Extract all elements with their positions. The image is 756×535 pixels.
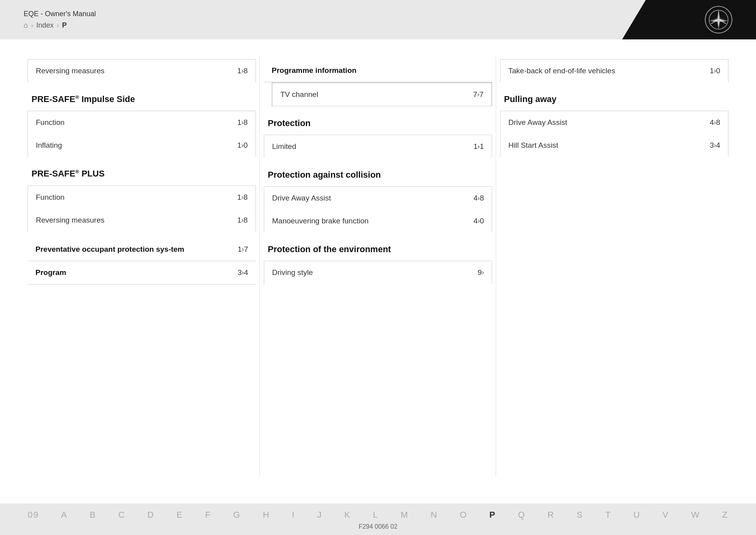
alpha-R[interactable]: R <box>537 508 566 522</box>
entry-label: Take-back of end-of-life vehicles <box>508 67 615 75</box>
entry-page: 1›0 <box>237 141 248 150</box>
alpha-K[interactable]: K <box>334 508 362 522</box>
alpha-Q[interactable]: Q <box>507 508 536 522</box>
entry-preventative[interactable]: Preventative occupant protection sys-tem… <box>28 238 256 261</box>
alpha-H[interactable]: H <box>252 508 281 522</box>
alpha-J[interactable]: J <box>306 508 334 522</box>
entry-manoeuvering-brake[interactable]: Manoeuvering brake function 4›0 <box>264 210 492 232</box>
entry-group-protection: Limited 1›1 <box>264 135 492 158</box>
right-column: Take-back of end-of-life vehicles 1›0 Pu… <box>496 55 732 477</box>
entry-function-1[interactable]: Function 1›8 <box>28 111 256 134</box>
entry-label: Hill Start Assist <box>508 141 558 150</box>
entry-group-impulse: Function 1›8 Inflating 1›0 <box>28 111 256 157</box>
entry-label: Drive Away Assist <box>272 194 331 202</box>
entry-page: 1›1 <box>474 142 484 151</box>
alpha-V[interactable]: V <box>652 508 680 522</box>
alpha-A[interactable]: A <box>50 508 79 522</box>
entry-label: Driving style <box>272 268 313 277</box>
entry-tv-channel[interactable]: TV channel 7›7 <box>272 83 492 106</box>
entry-page: 1›7 <box>238 245 248 254</box>
entry-reversing-2[interactable]: Reversing measures 1›8 <box>28 209 256 232</box>
entry-label: Function <box>36 118 65 127</box>
main-content: Reversing measures 1›8 PRE-SAFE® Impulse… <box>0 39 756 492</box>
alpha-T[interactable]: T <box>594 508 622 522</box>
entry-page: 3›4 <box>238 268 248 277</box>
entry-label: Program <box>35 268 66 277</box>
entry-page: 1›8 <box>237 193 248 202</box>
entry-label: Manoeuvering brake function <box>272 217 369 225</box>
alpha-09[interactable]: 09 <box>17 508 50 522</box>
section-protection: Protection <box>264 118 492 128</box>
entry-group-pulling-away: Drive Away Assist 4›8 Hill Start Assist … <box>500 111 728 157</box>
header: EQE - Owner's Manual ⌂ › Index › P <box>0 0 756 39</box>
breadcrumb-current: P <box>62 21 67 30</box>
entry-page: 1›8 <box>237 67 248 75</box>
entry-page: 7›7 <box>473 90 484 99</box>
breadcrumb: ⌂ › Index › P <box>24 21 96 30</box>
section-pre-safe-impulse: PRE-SAFE® Impulse Side <box>28 94 256 104</box>
entry-program[interactable]: Program 3›4 <box>28 261 256 284</box>
entry-group-takeback: Take-back of end-of-life vehicles 1›0 <box>500 59 728 82</box>
section-protection-environment: Protection of the environment <box>264 244 492 254</box>
entry-reversing-measures[interactable]: Reversing measures 1›8 <box>28 59 256 82</box>
section-pulling-away: Pulling away <box>500 94 728 104</box>
entry-label: Inflating <box>36 141 62 150</box>
entry-label: TV channel <box>280 90 318 99</box>
entry-take-back[interactable]: Take-back of end-of-life vehicles 1›0 <box>500 59 728 82</box>
header-title-area: EQE - Owner's Manual ⌂ › Index › P <box>24 10 96 30</box>
entry-page: 1›0 <box>710 67 720 75</box>
entry-hill-start-assist[interactable]: Hill Start Assist 3›4 <box>500 134 728 157</box>
svg-point-5 <box>717 19 720 21</box>
alpha-E[interactable]: E <box>165 508 194 522</box>
alpha-W[interactable]: W <box>680 508 711 522</box>
entry-group-collision: Drive Away Assist 4›8 Manoeuvering brake… <box>264 186 492 232</box>
alpha-Z[interactable]: Z <box>711 508 739 522</box>
entry-page: 1›8 <box>237 118 248 127</box>
entry-function-2[interactable]: Function 1›8 <box>28 186 256 209</box>
alpha-U[interactable]: U <box>623 508 652 522</box>
entry-programme-info: Programme information <box>264 59 492 82</box>
alpha-G[interactable]: G <box>222 508 252 522</box>
entry-limited[interactable]: Limited 1›1 <box>264 135 492 158</box>
header-logo-area <box>622 0 756 39</box>
entry-page: 4›8 <box>710 118 720 127</box>
mercedes-star-svg <box>709 10 728 30</box>
entry-group-plus: Function 1›8 Reversing measures 1›8 <box>28 186 256 232</box>
alpha-N[interactable]: N <box>420 508 449 522</box>
breadcrumb-sep-2: › <box>57 22 59 29</box>
home-icon[interactable]: ⌂ <box>24 21 28 30</box>
footer-code: F294 0066 02 <box>359 523 398 530</box>
alpha-B[interactable]: B <box>79 508 107 522</box>
entry-driving-style[interactable]: Driving style 9› <box>264 261 492 284</box>
manual-title: EQE - Owner's Manual <box>24 10 96 18</box>
entry-inflating[interactable]: Inflating 1›0 <box>28 134 256 157</box>
entry-label: Reversing measures <box>36 216 104 225</box>
entry-drive-away-assist-collision[interactable]: Drive Away Assist 4›8 <box>264 187 492 210</box>
left-column: Reversing measures 1›8 PRE-SAFE® Impulse… <box>24 55 260 477</box>
entry-group-reversing: Reversing measures 1›8 <box>28 59 256 82</box>
entry-group-tv: TV channel 7›7 <box>272 82 492 106</box>
entry-label: Preventative occupant protection sys-tem <box>35 245 184 254</box>
mercedes-logo <box>705 6 732 33</box>
alpha-I[interactable]: I <box>281 508 306 522</box>
alpha-P[interactable]: P <box>478 508 507 522</box>
alpha-F[interactable]: F <box>194 508 222 522</box>
alpha-M[interactable]: M <box>389 508 419 522</box>
entry-page: 9› <box>478 268 484 277</box>
breadcrumb-index[interactable]: Index <box>36 21 54 30</box>
entry-label: Drive Away Assist <box>508 118 567 127</box>
entry-label: Programme information <box>272 66 356 75</box>
entry-label: Function <box>36 193 65 202</box>
section-protection-collision: Protection against collision <box>264 170 492 180</box>
breadcrumb-sep-1: › <box>31 22 33 29</box>
alpha-C[interactable]: C <box>107 508 136 522</box>
entry-drive-away-assist-pulling[interactable]: Drive Away Assist 4›8 <box>500 111 728 134</box>
middle-column: Programme information TV channel 7›7 Pro… <box>259 55 496 477</box>
alpha-L[interactable]: L <box>362 508 389 522</box>
alpha-O[interactable]: O <box>449 508 478 522</box>
alphabet-bar: 09 A B C D E F G H I J K L M N O P Q R S… <box>0 508 756 522</box>
section-pre-safe-plus: PRE-SAFE® PLUS <box>28 169 256 179</box>
alpha-D[interactable]: D <box>136 508 165 522</box>
alpha-S[interactable]: S <box>565 508 594 522</box>
entry-label: Limited <box>272 142 296 151</box>
